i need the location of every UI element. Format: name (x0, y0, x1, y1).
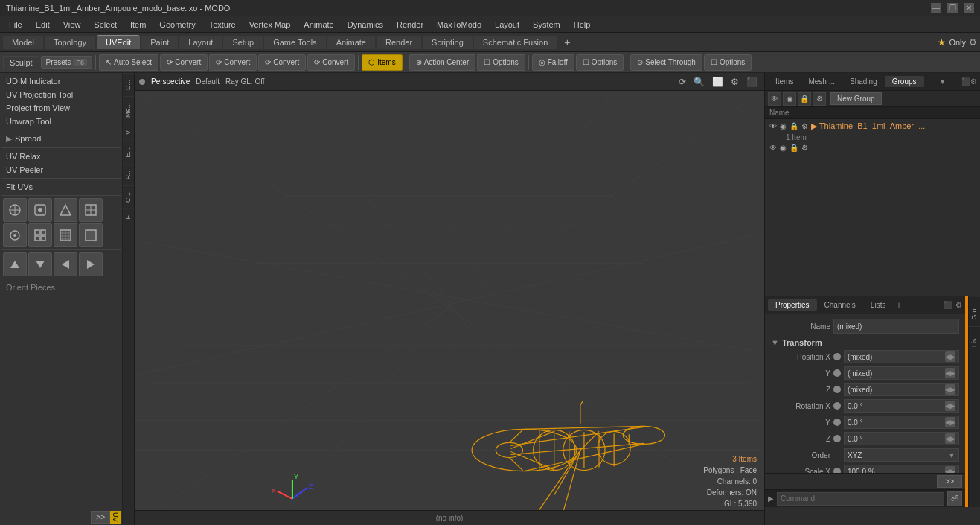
tool-spread[interactable]: ▶Spread (1, 132, 121, 146)
arrow-down-btn[interactable] (28, 252, 52, 276)
rt-eye-btn[interactable]: 👁 (768, 92, 781, 106)
menu-help[interactable]: Help (568, 19, 597, 31)
rtab-mesh[interactable]: Mesh ... (801, 76, 842, 87)
prop-scale-x-btn[interactable]: ◀▶ (945, 466, 955, 473)
convert-button-3[interactable]: ⟳ Convert (258, 54, 306, 71)
side-tab-v[interactable]: V (123, 124, 134, 141)
options-button-1[interactable]: ☐ Options (477, 54, 525, 71)
tool-icon-5[interactable] (3, 223, 27, 247)
rot-y-dot[interactable] (833, 419, 841, 426)
prop-rot-y-btn[interactable]: ◀▶ (945, 417, 955, 427)
menu-dynamics[interactable]: Dynamics (342, 19, 389, 31)
prop-pos-x-btn[interactable]: ◀▶ (945, 351, 955, 362)
tab-animate[interactable]: Animate (327, 36, 375, 49)
action-center-button[interactable]: ⊕ Action Center (409, 54, 476, 71)
menu-vertexmap[interactable]: Vertex Map (243, 19, 297, 31)
tab-plus[interactable]: + (558, 34, 576, 51)
tool-uv-peeler[interactable]: UV Peeler (1, 163, 121, 176)
tool-icon-8[interactable] (79, 223, 103, 247)
prop-pos-z-btn[interactable]: ◀▶ (945, 384, 955, 395)
viewport-shader[interactable]: Default (196, 77, 220, 86)
rtab-gear-icon[interactable]: ⚙ (970, 77, 977, 86)
tab-setup[interactable]: Setup (223, 36, 263, 49)
rot-x-dot[interactable] (833, 402, 841, 410)
cmd-search-btn[interactable]: ⏎ (947, 491, 962, 506)
items-button[interactable]: ⬡ Items (362, 54, 402, 71)
sculpt-button[interactable]: Sculpt (3, 56, 39, 69)
item-lock-icon-2[interactable]: 🔒 (790, 144, 798, 152)
prop-pos-z-value[interactable]: (mixed) ◀▶ (844, 383, 959, 396)
tool-uv-relax[interactable]: UV Relax (1, 150, 121, 163)
arrow-up-btn[interactable] (3, 252, 27, 276)
menu-texture[interactable]: Texture (203, 19, 242, 31)
convert-button-1[interactable]: ⟳ Convert (160, 54, 208, 71)
rbtab-plus[interactable]: + (896, 300, 901, 311)
rot-z-dot[interactable] (833, 435, 841, 442)
menu-view[interactable]: View (57, 19, 87, 31)
select-through-button[interactable]: ⊙ Select Through (630, 54, 702, 71)
menu-layout[interactable]: Layout (489, 19, 525, 31)
tool-fit-uvs[interactable]: Fit UVs (1, 180, 121, 194)
side-tab-e[interactable]: E... (123, 141, 134, 164)
menu-render[interactable]: Render (391, 19, 429, 31)
item-name-1[interactable]: ▶ Thiamine_B1_1ml_Amber_... (811, 121, 925, 131)
options-button-2[interactable]: ☐ Options (576, 54, 624, 71)
tool-project-from-view[interactable]: Project from View (1, 101, 121, 115)
tab-gametools[interactable]: Game Tools (264, 36, 326, 49)
tool-unwrap[interactable]: Unwrap Tool (1, 115, 121, 128)
item-eye-icon[interactable]: 👁 (769, 122, 777, 130)
vp-ctrl-2[interactable]: 🔍 (691, 76, 707, 88)
rt-lock-btn[interactable]: 🔒 (798, 92, 811, 106)
tab-render[interactable]: Render (377, 36, 421, 49)
command-input[interactable] (777, 492, 944, 506)
rbtab-properties[interactable]: Properties (768, 299, 817, 311)
menu-select[interactable]: Select (88, 19, 123, 31)
falloff-button[interactable]: ◎ Falloff (532, 54, 574, 71)
rbtab-expand-1[interactable]: ⬛ (944, 301, 952, 309)
tool-uv-projection[interactable]: UV Projection Tool (1, 88, 121, 101)
prop-pos-x-value[interactable]: (mixed) ◀▶ (844, 350, 959, 363)
item-settings-icon[interactable]: ⚙ (801, 122, 808, 130)
autoselect-button[interactable]: ↖ Auto Select (99, 54, 158, 71)
rtab-groups[interactable]: Groups (885, 76, 924, 87)
side-tab-c[interactable]: C... (123, 185, 134, 209)
pos-z-dot[interactable] (833, 386, 841, 393)
expand-button[interactable]: >> (91, 511, 110, 524)
uv-indicator[interactable]: UV (110, 511, 121, 524)
tab-uvedit[interactable]: UVEdit (97, 35, 140, 49)
tab-schematic[interactable]: Schematic Fusion (474, 36, 557, 49)
prop-scale-x-value[interactable]: 100.0 % ◀▶ (844, 465, 959, 473)
menu-maxtomodo[interactable]: MaxToModo (431, 19, 487, 31)
item-settings-icon-2[interactable]: ⚙ (801, 144, 808, 152)
prop-transform-section[interactable]: ▼ Transform (768, 335, 962, 349)
side-tab-d[interactable]: D... (123, 73, 134, 96)
presets-button[interactable]: Presets F6 (41, 56, 92, 69)
menu-system[interactable]: System (527, 19, 566, 31)
prop-rot-y-value[interactable]: 0.0 ° ◀▶ (844, 416, 959, 429)
rtab-expand-icon[interactable]: ⬛ (961, 77, 970, 86)
vp-ctrl-1[interactable]: ⟳ (676, 76, 688, 88)
scale-x-dot[interactable] (833, 468, 841, 473)
tool-icon-1[interactable] (3, 198, 27, 222)
rtab-dropdown-icon[interactable]: ▼ (939, 77, 947, 86)
convert-button-2[interactable]: ⟳ Convert (209, 54, 257, 71)
new-group-button[interactable]: New Group (830, 92, 882, 105)
maximize-btn[interactable]: ❐ (947, 3, 958, 13)
arrow-right-btn[interactable] (79, 252, 103, 276)
close-btn[interactable]: ✕ (964, 3, 974, 13)
pos-y-dot[interactable] (833, 369, 841, 377)
prop-name-field[interactable]: (mixed) (833, 319, 959, 334)
prop-pos-y-value[interactable]: (mixed) ◀▶ (844, 366, 959, 380)
rbtab-channels[interactable]: Channels (817, 299, 863, 311)
rbtab-lists[interactable]: Lists (863, 299, 894, 311)
tab-scripting[interactable]: Scripting (423, 36, 473, 49)
tool-icon-6[interactable] (28, 223, 52, 247)
rt-render-btn[interactable]: ◉ (783, 92, 796, 106)
rtab-items[interactable]: Items (768, 76, 801, 87)
tool-icon-7[interactable] (54, 223, 77, 247)
tab-layout[interactable]: Layout (179, 36, 222, 49)
tab-topology[interactable]: Topology (45, 36, 95, 49)
rside-tab-groups[interactable]: Gro... (969, 296, 980, 326)
minimize-btn[interactable]: — (931, 3, 941, 13)
tool-icon-4[interactable] (79, 198, 103, 222)
